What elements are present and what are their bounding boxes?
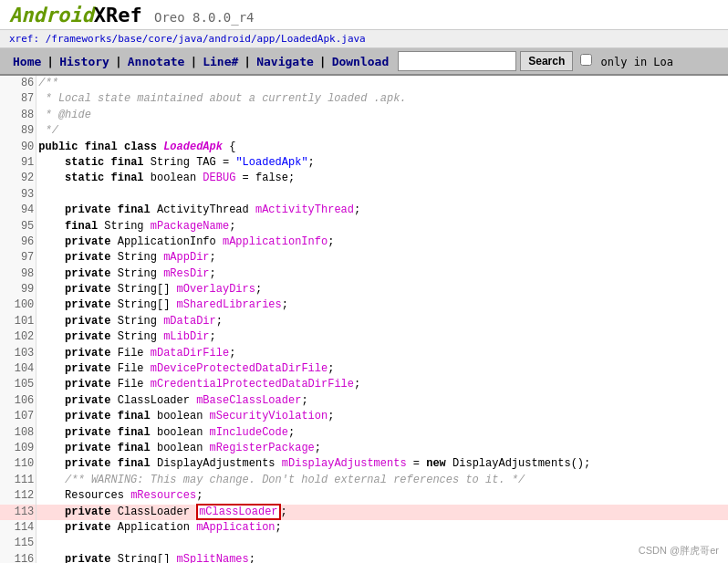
breadcrumb-path[interactable]: /frameworks/base/core/java/android/app/L… — [46, 33, 366, 45]
search-input[interactable] — [398, 51, 516, 71]
code-line: final String mPackageName; — [36, 219, 728, 235]
code-line: private File mDataDirFile; — [36, 346, 728, 361]
code-line: private Application mApplication; — [36, 520, 728, 536]
code-line: private String[] mSharedLibraries; — [36, 297, 728, 313]
nav-history[interactable]: History — [54, 53, 115, 70]
header: AndroidXRef Oreo 8.0.0_r4 — [0, 0, 728, 30]
line-number: 91 — [0, 155, 36, 171]
code-line: private final boolean mSecurityViolation… — [36, 409, 728, 424]
code-area: 86 /** 87 * Local state maintained about… — [0, 76, 728, 563]
line-number: 112 — [0, 488, 36, 504]
line-number: 98 — [0, 266, 36, 282]
code-line: /** — [36, 76, 728, 91]
code-line: private String mLibDir; — [36, 329, 728, 345]
line-number: 94 — [0, 203, 36, 218]
code-line: public final class LoadedApk { — [36, 140, 728, 155]
code-line: private String mAppDir; — [36, 250, 728, 266]
nav-navigate[interactable]: Navigate — [251, 53, 319, 70]
line-number: 103 — [0, 346, 36, 361]
breadcrumb: xref: /frameworks/base/core/java/android… — [0, 30, 728, 48]
code-line: private String mDataDir; — [36, 314, 728, 329]
line-number: 96 — [0, 235, 36, 250]
logo: AndroidXRef Oreo 8.0.0_r4 — [9, 4, 255, 26]
logo-android: Android — [9, 4, 94, 26]
table-row: 104 private File mDeviceProtectedDataDir… — [0, 361, 728, 377]
table-row: 88 * @hide — [0, 108, 728, 123]
code-line: private String[] mOverlayDirs; — [36, 282, 728, 297]
search-box: Search only in Loa — [398, 51, 673, 71]
line-number: 90 — [0, 140, 36, 155]
line-number: 100 — [0, 297, 36, 313]
code-line: static final boolean DEBUG = false; — [36, 171, 728, 186]
table-row: 111 /** WARNING: This may change. Don't … — [0, 473, 728, 488]
line-number: 108 — [0, 425, 36, 441]
search-button[interactable]: Search — [520, 51, 573, 71]
table-row: 95 final String mPackageName; — [0, 219, 728, 235]
line-number: 104 — [0, 361, 36, 377]
table-row: 100 private String[] mSharedLibraries; — [0, 297, 728, 313]
line-number: 113 — [0, 505, 36, 520]
code-line: Resources mResources; — [36, 488, 728, 504]
code-line: private final boolean mRegisterPackage; — [36, 441, 728, 456]
nav-sep-2: | — [115, 55, 122, 68]
code-line — [36, 187, 728, 203]
code-line: private ClassLoader mClassLoader; — [36, 505, 728, 520]
table-row: 116 private String[] mSplitNames; — [0, 552, 728, 563]
code-line: private ApplicationInfo mApplicationInfo… — [36, 235, 728, 250]
code-line: * @hide — [36, 108, 728, 123]
table-row: 115 — [0, 536, 728, 551]
code-line: private ClassLoader mBaseClassLoader; — [36, 393, 728, 409]
table-row: 87 * Local state maintained about a curr… — [0, 91, 728, 107]
table-row: 106 private ClassLoader mBaseClassLoader… — [0, 393, 728, 409]
line-number: 106 — [0, 393, 36, 409]
nav-lineno[interactable]: Line# — [197, 53, 244, 70]
breadcrumb-prefix: xref: — [9, 33, 39, 45]
line-number: 102 — [0, 329, 36, 345]
code-line: static final String TAG = "LoadedApk"; — [36, 155, 728, 171]
line-number: 115 — [0, 536, 36, 551]
nav-download[interactable]: Download — [327, 53, 395, 70]
table-row: 97 private String mAppDir; — [0, 250, 728, 266]
code-line: private final boolean mIncludeCode; — [36, 425, 728, 441]
line-number: 89 — [0, 123, 36, 139]
line-number: 86 — [0, 76, 36, 91]
line-number: 92 — [0, 171, 36, 186]
code-line: * Local state maintained about a current… — [36, 91, 728, 107]
table-row-highlighted: 113 private ClassLoader mClassLoader; — [0, 505, 728, 520]
table-row: 90 public final class LoadedApk { — [0, 140, 728, 155]
table-row: 109 private final boolean mRegisterPacka… — [0, 441, 728, 456]
table-row: 112 Resources mResources; — [0, 488, 728, 504]
code-line: private String[] mSplitNames; — [36, 552, 728, 563]
nav-sep-1: | — [47, 55, 54, 68]
table-row: 99 private String[] mOverlayDirs; — [0, 282, 728, 297]
nav-sep-3: | — [190, 55, 197, 68]
code-line: private File mCredentialProtectedDataDir… — [36, 377, 728, 392]
line-number: 88 — [0, 108, 36, 123]
nav-home[interactable]: Home — [7, 53, 47, 70]
table-row: 92 static final boolean DEBUG = false; — [0, 171, 728, 186]
table-row: 98 private String mResDir; — [0, 266, 728, 282]
code-line: */ — [36, 123, 728, 139]
code-line: /** WARNING: This may change. Don't hold… — [36, 473, 728, 488]
line-number: 111 — [0, 473, 36, 488]
table-row: 102 private String mLibDir; — [0, 329, 728, 345]
logo-version: Oreo 8.0.0_r4 — [154, 10, 255, 25]
table-row: 96 private ApplicationInfo mApplicationI… — [0, 235, 728, 250]
logo-xref: XRef — [94, 4, 142, 26]
line-number: 109 — [0, 441, 36, 456]
code-line — [36, 536, 728, 551]
only-in-label: only in Loa — [580, 54, 673, 68]
table-row: 89 */ — [0, 123, 728, 139]
table-row: 86 /** — [0, 76, 728, 91]
line-number: 107 — [0, 409, 36, 424]
line-number: 114 — [0, 520, 36, 536]
line-number: 116 — [0, 552, 36, 563]
table-row: 107 private final boolean mSecurityViola… — [0, 409, 728, 424]
table-row: 93 — [0, 187, 728, 203]
table-row: 101 private String mDataDir; — [0, 314, 728, 329]
code-line: private final DisplayAdjustments mDispla… — [36, 456, 728, 472]
table-row: 94 private final ActivityThread mActivit… — [0, 203, 728, 218]
nav-annotate[interactable]: Annotate — [122, 53, 191, 70]
only-in-checkbox[interactable] — [580, 54, 592, 66]
table-row: 91 static final String TAG = "LoadedApk"… — [0, 155, 728, 171]
